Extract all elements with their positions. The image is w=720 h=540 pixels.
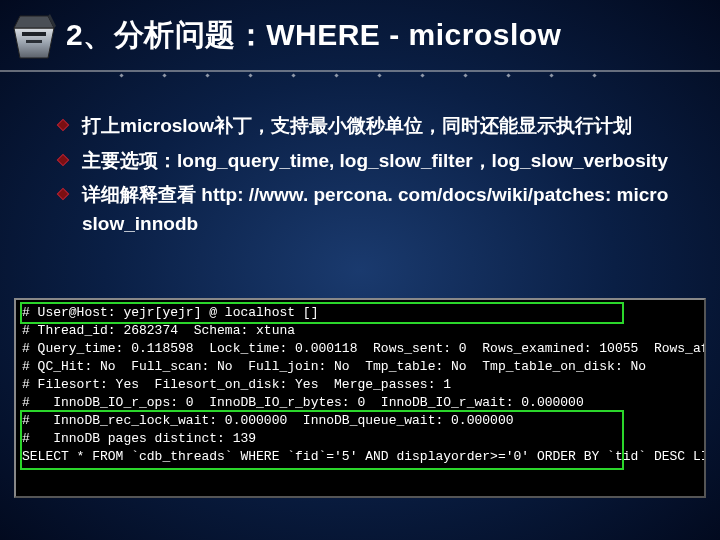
bullet-list: 打上microslow补丁，支持最小微秒单位，同时还能显示执行计划 主要选项：l… [56, 112, 678, 238]
diamond-bullet-icon [56, 153, 70, 167]
diamond-bullet-icon [56, 187, 70, 201]
list-item: 打上microslow补丁，支持最小微秒单位，同时还能显示执行计划 [56, 112, 678, 141]
drive-bay-icon [8, 10, 60, 62]
svg-rect-7 [57, 154, 68, 165]
svg-rect-3 [26, 40, 42, 43]
page-title: 2、分析问题：WHERE - microslow [66, 8, 561, 54]
terminal-line: SELECT * FROM `cdb_threads` WHERE `fid`=… [22, 448, 698, 466]
svg-marker-1 [14, 16, 54, 28]
bullet-text: 主要选项：long_query_time, log_slow_filter，lo… [82, 150, 668, 171]
svg-rect-5 [57, 119, 68, 130]
terminal-line: # Filesort: Yes Filesort_on_disk: Yes Me… [22, 376, 698, 394]
bullet-text: 打上microslow补丁，支持最小微秒单位，同时还能显示执行计划 [82, 115, 632, 136]
decorative-dots [120, 74, 596, 77]
slide: 2、分析问题：WHERE - microslow 打上microslow补丁，支… [0, 0, 720, 540]
list-item: 详细解释查看 http: //www. percona. com/docs/wi… [56, 181, 678, 238]
diamond-bullet-icon [56, 118, 70, 132]
content-area: 打上microslow补丁，支持最小微秒单位，同时还能显示执行计划 主要选项：l… [0, 72, 720, 238]
header: 2、分析问题：WHERE - microslow [0, 0, 720, 72]
terminal-line: # Thread_id: 2682374 Schema: xtuna [22, 322, 698, 340]
terminal-line: # User@Host: yejr[yejr] @ localhost [] [22, 304, 698, 322]
svg-rect-2 [22, 32, 46, 36]
svg-rect-9 [57, 188, 68, 199]
bullet-text: 详细解释查看 http: //www. percona. com/docs/wi… [82, 184, 668, 234]
terminal-line: # InnoDB pages distinct: 139 [22, 430, 698, 448]
terminal-output: # User@Host: yejr[yejr] @ localhost [] #… [14, 298, 706, 498]
terminal-line: # QC_Hit: No Full_scan: No Full_join: No… [22, 358, 698, 376]
terminal-line: # InnoDB_rec_lock_wait: 0.000000 InnoDB_… [22, 412, 698, 430]
list-item: 主要选项：long_query_time, log_slow_filter，lo… [56, 147, 678, 176]
terminal-line: # InnoDB_IO_r_ops: 0 InnoDB_IO_r_bytes: … [22, 394, 698, 412]
terminal-line: # Query_time: 0.118598 Lock_time: 0.0001… [22, 340, 698, 358]
